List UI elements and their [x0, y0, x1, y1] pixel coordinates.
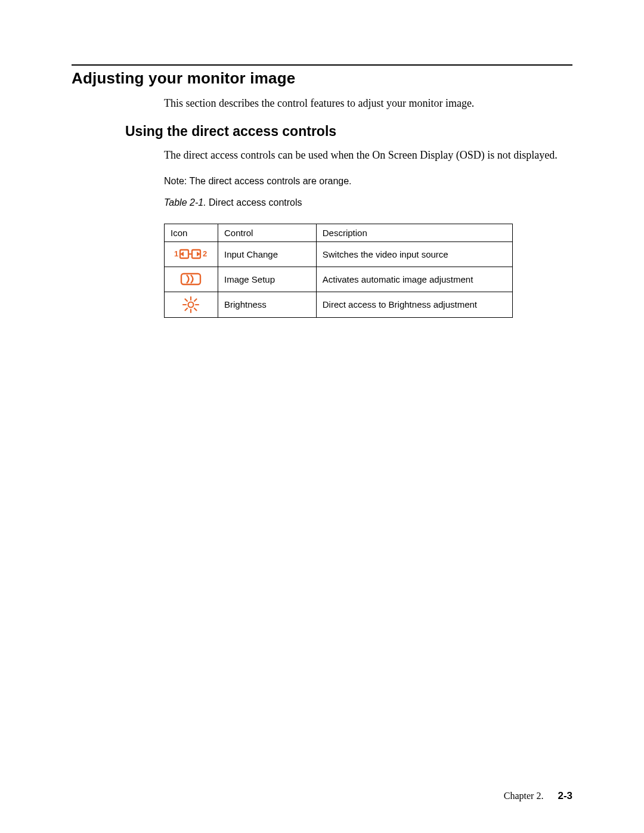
- svg-line-15: [185, 308, 188, 311]
- svg-line-16: [194, 299, 197, 301]
- svg-line-14: [194, 308, 197, 311]
- footer-chapter: Chapter 2.: [504, 791, 544, 801]
- icon-cell: 1 2: [165, 241, 218, 267]
- description-cell: Direct access to Brightness adjustment: [316, 292, 512, 317]
- page-footer: Chapter 2. 2-3: [504, 790, 572, 802]
- subsection-intro: The direct access controls can be used w…: [164, 148, 572, 162]
- table-row: 1 2 Input Change Switches the video inp: [165, 241, 513, 267]
- table-row: Image Setup Activates automatic image ad…: [165, 267, 513, 292]
- icon-cell: [165, 292, 218, 317]
- control-cell: Input Change: [218, 241, 316, 267]
- description-cell: Activates automatic image adjustment: [316, 267, 512, 292]
- table-caption: Table 2-1. Direct access controls: [164, 197, 572, 208]
- section-rule: [72, 64, 572, 66]
- section-title: Adjusting your monitor image: [72, 69, 572, 88]
- subsection-title: Using the direct access controls: [125, 123, 572, 140]
- section-intro: This section describes the control featu…: [164, 96, 572, 110]
- svg-text:2: 2: [203, 249, 207, 258]
- th-description: Description: [316, 224, 512, 241]
- input-change-icon: 1 2: [172, 247, 210, 261]
- control-cell: Image Setup: [218, 267, 316, 292]
- th-icon: Icon: [165, 224, 218, 241]
- th-control: Control: [218, 224, 316, 241]
- table-row: Brightness Direct access to Brightness a…: [165, 292, 513, 317]
- note-text: Note: The direct access controls are ora…: [164, 176, 572, 187]
- table-header-row: Icon Control Description: [165, 224, 513, 241]
- brightness-icon: [182, 296, 200, 314]
- svg-line-13: [185, 299, 188, 301]
- control-cell: Brightness: [218, 292, 316, 317]
- svg-point-8: [188, 302, 194, 307]
- description-cell: Switches the video input source: [316, 241, 512, 267]
- direct-access-controls-table: Icon Control Description 1: [164, 224, 513, 318]
- icon-cell: [165, 267, 218, 292]
- image-setup-icon: [179, 272, 202, 286]
- svg-text:1: 1: [174, 249, 178, 258]
- table-caption-text: Direct access controls: [206, 197, 302, 208]
- table-caption-label: Table 2-1.: [164, 197, 206, 208]
- footer-page-number: 2-3: [558, 790, 572, 802]
